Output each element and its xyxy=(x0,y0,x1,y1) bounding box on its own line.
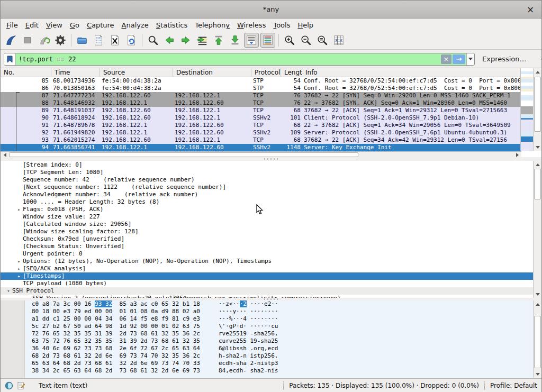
hex-bytes[interactable]: 5c 27 b2 67 50 ad 64 98 1d 92 00 00 01 0… xyxy=(32,323,200,330)
hex-bytes[interactable]: c0 a8 7a 3c 00 16 93 32 85 a3 ac c0 65 3… xyxy=(32,300,200,308)
open-file-button[interactable] xyxy=(75,33,89,48)
detail-row[interactable]: [TCP Segment Len: 1080] xyxy=(1,169,534,176)
hex-row-00b0[interactable]: 00b038 34 2c 65 63 64 68 2d 73 68 61 32 … xyxy=(1,367,541,375)
go-last-packet-button[interactable] xyxy=(228,33,242,48)
detail-row[interactable]: [Window size scaling factor: 128] xyxy=(1,228,534,235)
menu-capture[interactable]: Capture xyxy=(83,20,118,30)
menu-wireless[interactable]: Wireless xyxy=(233,20,269,30)
hex-row-0040[interactable]: 0040a1 dd c1 25 00 00 04 34 06 14 f5 e8 … xyxy=(1,315,541,323)
detail-row[interactable]: [Next sequence number: 1122 (relative se… xyxy=(1,184,534,191)
go-first-packet-button[interactable] xyxy=(211,33,226,48)
hex-bytes[interactable]: 38 34 2c 65 63 64 68 2d 73 68 61 32 2d 6… xyxy=(32,367,200,375)
ascii-bytes[interactable]: 6@libssh .org,ecd xyxy=(219,345,278,352)
hex-bytes[interactable]: 36 40 6c 69 62 73 73 68 2e 6f 72 67 2c 6… xyxy=(32,345,200,352)
scrollbar-thumb[interactable] xyxy=(534,169,541,199)
scroll-up-arrow[interactable] xyxy=(534,68,542,76)
detail-row[interactable]: ▸[SEQ/ACK analysis] xyxy=(1,265,534,272)
hex-row-0050[interactable]: 00505c 27 b2 67 50 ad 64 98 1d 92 00 00 … xyxy=(1,323,541,330)
hex-bytes[interactable]: 65 63 64 68 2d 73 68 61 32 2d 6e 69 73 7… xyxy=(32,360,200,367)
ascii-bytes[interactable]: h-sha2-n istp256, xyxy=(219,352,278,360)
packet-row-87[interactable]: 8771.647777234192.168.122.60192.168.122.… xyxy=(1,92,521,99)
column-header-no[interactable]: No. xyxy=(1,68,51,77)
tree-expand-right-icon[interactable]: ▸ xyxy=(15,272,23,280)
ascii-bytes[interactable]: 84,ecdh- sha2-nis xyxy=(219,367,278,375)
detail-row[interactable]: Checksum: 0x79ed [unverified] xyxy=(1,235,534,243)
packet-row-92[interactable]: 9271.661949820192.168.122.1192.168.122.6… xyxy=(1,129,521,136)
detail-row[interactable]: [Checksum Status: Unverified] xyxy=(1,243,534,250)
hex-row-0030[interactable]: 003080 18 00 e3 79 ed 00 00 01 01 08 0a … xyxy=(1,308,541,315)
packet-row-91[interactable]: 9171.648789678192.168.122.1192.168.122.6… xyxy=(1,122,521,129)
packet-row-88[interactable]: 8871.648146932192.168.122.1192.168.122.6… xyxy=(1,99,521,107)
detail-row[interactable]: 1000 .... = Header Length: 32 bytes (8) xyxy=(1,198,534,206)
detail-row[interactable]: ▸[Timestamps] xyxy=(1,272,534,280)
scroll-up-arrow[interactable] xyxy=(534,161,541,168)
tree-expand-right-icon[interactable]: ▸ xyxy=(15,258,23,265)
packet-list-header[interactable]: No.TimeSourceDestinationProtocolLengthIn… xyxy=(1,68,541,77)
detail-row[interactable]: Acknowledgment number: 34 (relative ack … xyxy=(1,191,534,198)
column-header-destination[interactable]: Destination xyxy=(173,68,251,77)
title-bar[interactable]: *any × xyxy=(1,1,541,19)
hex-bytes[interactable]: a1 dd c1 25 00 00 04 34 06 14 f5 e8 f9 8… xyxy=(32,315,200,323)
filter-input[interactable]: !tcp.port == 22 xyxy=(16,56,441,63)
menu-help[interactable]: Help xyxy=(294,20,317,30)
column-header-info[interactable]: Info xyxy=(302,68,541,77)
capture-comment-icon[interactable] xyxy=(17,381,25,390)
detail-row[interactable]: Urgent pointer: 0 xyxy=(1,250,534,258)
scroll-down-arrow[interactable] xyxy=(534,370,541,378)
packet-list-vertical-scrollbar[interactable] xyxy=(533,68,541,151)
detail-row[interactable]: ▸Options: (12 bytes), No-Operation (NOP)… xyxy=(1,258,534,265)
capture-options-button[interactable] xyxy=(53,33,68,48)
hex-bytes[interactable]: 72 76 65 32 35 35 31 39 2d 73 68 61 32 3… xyxy=(32,330,200,338)
ascii-bytes[interactable]: \'·gP·d· ······cu xyxy=(219,323,278,330)
resize-columns-button[interactable] xyxy=(331,33,346,48)
find-packet-button[interactable] xyxy=(146,33,160,48)
menu-statistics[interactable]: Statistics xyxy=(152,20,191,30)
ascii-bytes[interactable]: curve255 19-sha25 xyxy=(219,338,278,345)
hex-row-0070[interactable]: 007063 75 72 76 65 32 35 35 31 39 2d 73 … xyxy=(1,338,541,345)
hex-row-0080[interactable]: 008036 40 6c 69 62 73 73 68 2e 6f 72 67 … xyxy=(1,345,541,352)
bytes-vertical-scrollbar[interactable] xyxy=(533,300,541,378)
column-header-source[interactable]: Source xyxy=(100,68,173,77)
filter-bookmark-button[interactable] xyxy=(4,53,16,65)
packet-row-89[interactable]: 8971.648191037192.168.122.60192.168.122.… xyxy=(1,107,521,114)
scroll-down-arrow[interactable] xyxy=(534,290,541,298)
filter-clear-button[interactable]: × xyxy=(441,54,451,64)
menu-file[interactable]: File xyxy=(3,20,22,30)
packet-row-90[interactable]: 9071.648618924192.168.122.60192.168.122.… xyxy=(1,114,521,122)
details-vertical-scrollbar[interactable] xyxy=(533,161,541,298)
ascii-bytes[interactable]: ···%···4 ········ xyxy=(219,315,278,323)
zoom-in-button[interactable] xyxy=(282,33,297,48)
scroll-up-arrow[interactable] xyxy=(534,300,541,308)
detail-row[interactable]: Window size value: 227 xyxy=(1,213,534,221)
save-file-button[interactable]: 0101 0110 0113 xyxy=(91,33,106,48)
detail-row[interactable]: TCP payload (1080 bytes) xyxy=(1,280,534,287)
tree-expand-down-icon[interactable]: ▾ xyxy=(5,287,12,295)
hex-bytes[interactable]: 63 75 72 76 65 32 35 35 31 39 2d 73 68 6… xyxy=(32,338,200,345)
pane-splitter[interactable] xyxy=(1,157,541,161)
add-filter-button[interactable]: + xyxy=(540,54,542,64)
scrollbar-thumb[interactable] xyxy=(9,152,358,157)
display-filter-field[interactable]: !tcp.port == 22 × → xyxy=(4,53,475,66)
menu-go[interactable]: Go xyxy=(66,20,83,30)
hex-row-00a0[interactable]: 00a065 63 64 68 2d 73 68 61 32 2d 6e 69 … xyxy=(1,360,541,367)
expression-button[interactable]: Expression… xyxy=(482,55,527,63)
filter-apply-button[interactable]: → xyxy=(453,54,465,64)
menu-tools[interactable]: Tools xyxy=(269,20,294,30)
auto-scroll-button[interactable] xyxy=(244,33,259,48)
hex-row-0060[interactable]: 006072 76 65 32 35 35 31 39 2d 73 68 61 … xyxy=(1,330,541,338)
packet-row-86[interactable]: 8670.013850163fe:54:00:d4:38:2aSTP54Conf… xyxy=(1,85,521,92)
column-header-time[interactable]: Time xyxy=(51,68,100,77)
hex-bytes[interactable]: 68 2d 73 68 61 32 2d 6e 69 73 74 70 32 3… xyxy=(32,352,200,360)
stop-capture-button[interactable] xyxy=(20,33,35,48)
detail-row[interactable]: [Calculated window size: 29056] xyxy=(1,221,534,228)
tree-expand-right-icon[interactable]: ▸ xyxy=(15,206,23,213)
colorize-button[interactable] xyxy=(260,33,275,48)
go-back-button[interactable] xyxy=(162,33,177,48)
intelligent-scrollbar-minimap[interactable] xyxy=(520,68,533,151)
column-header-protocol[interactable]: Protocol xyxy=(251,68,281,77)
scrollbar-thumb[interactable] xyxy=(534,316,541,368)
scroll-down-arrow[interactable] xyxy=(534,143,542,151)
menu-analyze[interactable]: Analyze xyxy=(118,20,152,30)
start-capture-button[interactable] xyxy=(4,33,19,48)
packet-row-94[interactable]: 9471.663856741192.168.122.1192.168.122.6… xyxy=(1,144,521,151)
